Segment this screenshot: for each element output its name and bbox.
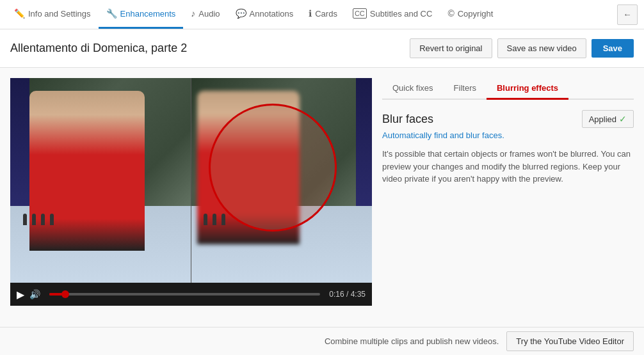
- copyright-icon: ©: [447, 8, 454, 19]
- back-button[interactable]: ←: [617, 4, 638, 25]
- banner-left: [10, 78, 29, 206]
- checkmark-icon: ✓: [619, 114, 627, 124]
- tab-blurring[interactable]: Blurring effects: [487, 78, 568, 100]
- small-person: [213, 214, 216, 225]
- video-panel: ▶ 🔊 0:16 / 4:35: [10, 78, 372, 306]
- person-figure-left: [29, 91, 145, 251]
- small-person: [32, 214, 36, 225]
- progress-bar[interactable]: [49, 293, 320, 296]
- applied-button[interactable]: Applied ✓: [582, 110, 634, 128]
- nav-item-cards[interactable]: ℹ Cards: [301, 0, 345, 29]
- top-navigation: ✏️ Info and Settings 🔧 Enhancements ♪ Au…: [0, 0, 644, 29]
- nav-item-audio[interactable]: ♪ Audio: [183, 0, 227, 29]
- video-editor-button[interactable]: Try the YouTube Video Editor: [506, 331, 634, 351]
- cc-icon: CC: [353, 8, 367, 19]
- header-row: Allentamento di Domenica, parte 2 Revert…: [0, 29, 644, 68]
- volume-icon[interactable]: 🔊: [29, 289, 40, 299]
- header-actions: Revert to original Save as new video Sav…: [410, 38, 634, 58]
- small-person: [221, 214, 225, 225]
- video-title: Allentamento di Domenica, parte 2: [10, 42, 410, 55]
- nav-item-enhancements[interactable]: 🔧 Enhancements: [99, 0, 184, 29]
- progress-dot: [61, 290, 69, 298]
- blur-circle-overlay: [209, 104, 337, 232]
- footer-text: Combine multiple clips and publish new v…: [325, 336, 499, 346]
- save-button[interactable]: Save: [592, 39, 634, 58]
- main-content: ▶ 🔊 0:16 / 4:35 Quick fixes Filters Blur: [0, 68, 644, 316]
- tabs-row: Quick fixes Filters Blurring effects: [382, 78, 634, 100]
- play-button[interactable]: ▶: [17, 288, 24, 301]
- video-controls: ▶ 🔊 0:16 / 4:35: [10, 283, 372, 306]
- right-panel: Quick fixes Filters Blurring effects Blu…: [382, 78, 634, 306]
- small-person: [50, 214, 54, 225]
- blur-faces-description: It's possible that certain objects or fr…: [382, 148, 634, 185]
- blur-faces-title: Blur faces: [382, 113, 433, 126]
- blur-faces-section: Blur faces Applied ✓ Automatically find …: [382, 110, 634, 185]
- tab-filters[interactable]: Filters: [444, 78, 487, 100]
- blur-faces-subtitle: Automatically find and blur faces.: [382, 130, 634, 140]
- nav-item-info[interactable]: ✏️ Info and Settings: [6, 0, 99, 29]
- small-person: [41, 214, 45, 225]
- blur-faces-title-row: Blur faces Applied ✓: [382, 110, 634, 128]
- back-arrow-icon: ←: [623, 10, 631, 19]
- revert-button[interactable]: Revert to original: [410, 38, 492, 58]
- enhancements-icon: 🔧: [106, 8, 117, 19]
- footer: Combine multiple clips and publish new v…: [0, 327, 644, 355]
- nav-item-copyright[interactable]: © Copyright: [440, 0, 501, 29]
- nav-item-annotations[interactable]: 💬 Annotations: [228, 0, 302, 29]
- chat-icon: 💬: [236, 8, 246, 19]
- small-people-left: [23, 214, 54, 225]
- small-people-right: [204, 214, 225, 225]
- time-separator: /: [346, 290, 351, 299]
- small-person: [23, 214, 27, 225]
- small-person: [204, 214, 207, 225]
- time-display: 0:16 / 4:35: [329, 290, 366, 299]
- video-frame-left: [10, 78, 191, 283]
- music-icon: ♪: [191, 8, 195, 19]
- info-icon: ℹ: [309, 8, 312, 19]
- nav-item-subtitles[interactable]: CC Subtitles and CC: [345, 0, 440, 29]
- tab-quick-fixes[interactable]: Quick fixes: [382, 78, 444, 100]
- banner-right: [356, 78, 372, 206]
- save-new-button[interactable]: Save as new video: [497, 38, 586, 58]
- frame-divider: [191, 78, 191, 283]
- pencil-icon: ✏️: [14, 8, 25, 19]
- video-container[interactable]: [10, 78, 372, 283]
